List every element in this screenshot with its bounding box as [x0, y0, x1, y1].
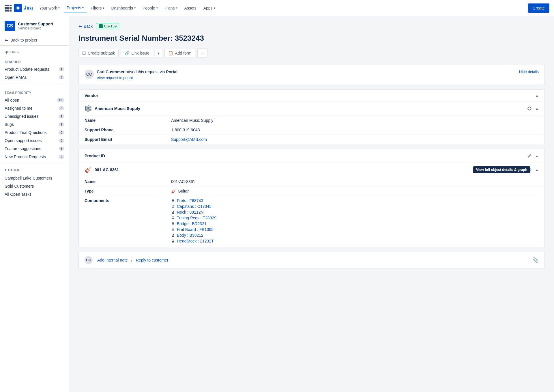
view-request-link[interactable]: View request in portal	[97, 76, 133, 80]
component-icon: 🖥	[171, 239, 175, 243]
sidebar-item-campbell-lake[interactable]: Campbell Lake Customers	[0, 174, 69, 182]
sidebar-item-feature-suggestions[interactable]: Feature suggestions 6	[0, 145, 69, 153]
field-value: American Music Supply	[165, 116, 544, 125]
chevron-down-icon: ▾	[134, 6, 136, 10]
sidebar-item-gold-customers[interactable]: Gold Customers	[0, 182, 69, 190]
product-object-row: 🎸 001-AC-8361 View full object details &…	[79, 163, 544, 177]
link-icon: 🔗	[125, 51, 130, 55]
component-link[interactable]: Frets : F68743	[177, 198, 203, 203]
product-section-header: Product ID ▲	[79, 149, 544, 163]
components-cell: 🖥 Frets : F68743 🖥 Capstans : C17345 🖥 N…	[165, 196, 544, 247]
app-body: CS Customer Support Service project ⬅ Ba…	[0, 16, 554, 392]
field-label: Name	[79, 177, 165, 186]
product-edit-button[interactable]	[527, 153, 533, 159]
component-link[interactable]: HeadStock : 21232T	[177, 239, 214, 243]
support-email-link[interactable]: Support@AMS.com	[171, 137, 207, 142]
create-button[interactable]: Create	[528, 3, 549, 13]
create-subtask-button[interactable]: ☐ Create subtask	[78, 49, 119, 57]
back-button[interactable]: ⬅ Back	[78, 24, 93, 29]
avatar: CC	[85, 70, 94, 79]
sidebar-item-all-open[interactable]: All open 16	[0, 96, 69, 104]
reply-to-customer-link[interactable]: Reply to customer	[136, 258, 169, 262]
link-issue-button[interactable]: 🔗 Link issue	[121, 49, 153, 57]
component-link[interactable]: Bridge : BR2321	[177, 221, 207, 226]
sidebar-item-new-product-requests[interactable]: New Product Requests 0	[0, 153, 69, 161]
attachment-icon[interactable]: 📎	[532, 257, 539, 263]
project-type: Service project	[18, 26, 53, 30]
sidebar-item-open-support-issues[interactable]: Open support issues 0	[0, 137, 69, 145]
nav-projects[interactable]: Projects ▾	[64, 4, 87, 12]
nav-dashboards[interactable]: Dashboards ▾	[108, 4, 138, 12]
product-icon: 🎸	[85, 166, 92, 173]
table-row: Support Phone 1-800-319-9043	[79, 125, 544, 135]
sidebar-item-assigned-to-me[interactable]: Assigned to me 0	[0, 104, 69, 112]
vendor-crosshair-button[interactable]	[526, 105, 533, 112]
project-name: Customer Support	[18, 22, 53, 26]
nav-your-work[interactable]: Your work ▾	[36, 4, 63, 12]
nav-filters[interactable]: Filters ▾	[88, 4, 107, 12]
project-header: CS Customer Support Service project	[0, 16, 69, 35]
product-row-collapse-icon[interactable]: ▲	[535, 168, 539, 172]
nav-apps[interactable]: Apps ▾	[201, 4, 218, 12]
vendor-fields-table: Name American Music Supply Support Phone…	[79, 116, 544, 144]
reply-bar: CC Add internal note / Reply to customer…	[78, 252, 545, 268]
sidebar-item-open-rmas[interactable]: Open RMAs 3	[0, 73, 69, 81]
sidebar-item-bugs[interactable]: Bugs 9	[0, 120, 69, 128]
toolbar: ☐ Create subtask 🔗 Link issue ▾ 📋 Add fo…	[78, 48, 545, 58]
vendor-collapse-icon[interactable]: ▲	[535, 94, 539, 98]
field-label: Components	[79, 196, 165, 247]
add-form-button[interactable]: 📋 Add form	[164, 49, 195, 57]
breadcrumb: ⬅ Back CS-159	[78, 23, 545, 29]
vendor-icon: 🎼	[85, 105, 92, 112]
svg-point-1	[528, 107, 531, 110]
jira-logo[interactable]: Jira	[14, 4, 33, 12]
issue-badge[interactable]: CS-159	[96, 23, 119, 29]
more-options-button[interactable]: ···	[197, 48, 207, 58]
tooltip-view-full-object: View full object details & graph	[473, 166, 530, 173]
component-item: 🖥 Fret Board : FB1365	[171, 227, 539, 232]
field-value: 1-800-319-9043	[165, 125, 544, 135]
product-header-actions: ▲	[527, 153, 539, 159]
product-fields-table: Name 001-AC-8361 Type 🎸 Guitar Component…	[79, 177, 544, 247]
component-link[interactable]: Neck : 88212N	[177, 210, 204, 214]
other-section: ▾ OTHER Campbell Lake Customers Gold Cus…	[0, 166, 69, 198]
grid-menu-icon[interactable]	[5, 5, 12, 12]
nav-assets[interactable]: Assets	[181, 4, 199, 12]
component-icon: 🖥	[171, 204, 175, 209]
issue-type-icon	[99, 24, 103, 28]
raised-text: Carl Customer raised this request via Po…	[97, 70, 177, 74]
field-value: 001-AC-8361	[165, 177, 544, 186]
sidebar-item-product-trial-questions[interactable]: Product Trial Questions 0	[0, 128, 69, 137]
component-link[interactable]: Fret Board : FB1365	[177, 227, 214, 232]
link-issue-dropdown[interactable]: ▾	[155, 49, 162, 57]
sidebar-item-all-open-tasks[interactable]: All Open Tasks	[0, 190, 69, 198]
component-link[interactable]: Tuning Pegs : T28329	[177, 216, 216, 220]
chevron-down-icon: ▾	[5, 168, 6, 172]
product-collapse-icon[interactable]: ▲	[535, 154, 539, 158]
sidebar-item-unassigned-issues[interactable]: Unassigned issues 1	[0, 112, 69, 120]
svg-point-6	[528, 168, 531, 171]
table-row: Name American Music Supply	[79, 116, 544, 125]
sidebar-item-product-update-requests[interactable]: Product Update requests 1	[0, 65, 69, 73]
chevron-down-icon: ▾	[156, 6, 158, 10]
component-item: 🖥 Capstans : C17345	[171, 204, 539, 209]
product-section-card: Product ID ▲ 🎸 001-AC-8361	[78, 149, 545, 247]
vendor-row-collapse-icon[interactable]: ▲	[535, 107, 539, 111]
vendor-object-actions: ▲	[526, 105, 539, 112]
nav-plans[interactable]: Plans ▾	[162, 4, 180, 12]
add-internal-note-link[interactable]: Add internal note	[97, 258, 128, 262]
other-label[interactable]: ▾ OTHER	[0, 166, 69, 174]
nav-people[interactable]: People ▾	[140, 4, 161, 12]
field-label: Name	[79, 116, 165, 125]
back-to-project-link[interactable]: ⬅ Back to project	[0, 35, 69, 46]
hide-details-button[interactable]: Hide details	[519, 70, 539, 74]
main-content: ⬅ Back CS-159 Instrument Serial Number: …	[69, 16, 554, 392]
component-link[interactable]: Capstans : C17345	[177, 204, 212, 209]
table-row: Support Email Support@AMS.com	[79, 135, 544, 144]
reply-bar-actions: Add internal note / Reply to customer	[97, 258, 528, 262]
component-icon: 🖥	[171, 221, 175, 226]
table-row: Type 🎸 Guitar	[79, 186, 544, 196]
project-info: Customer Support Service project	[18, 22, 53, 30]
product-crosshair-button[interactable]	[526, 166, 533, 173]
component-link[interactable]: Body : B38212	[177, 233, 203, 238]
